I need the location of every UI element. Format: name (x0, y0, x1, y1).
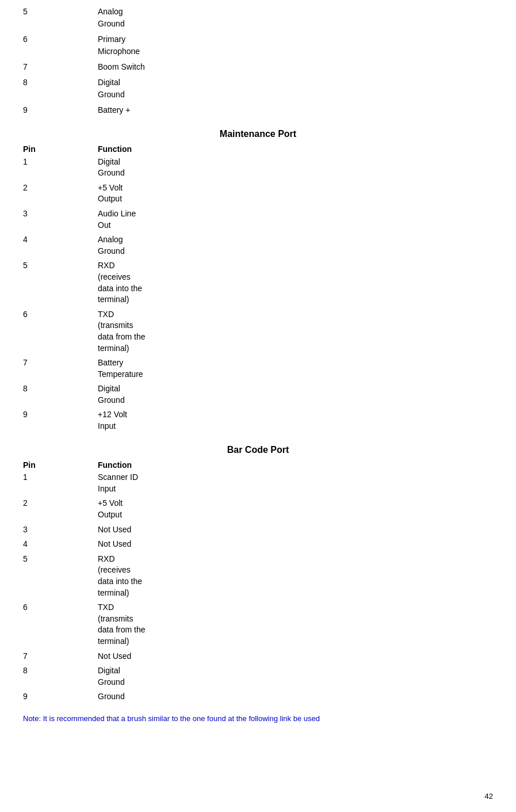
pin-number: 8 (23, 383, 98, 406)
table-row: 6PrimaryMicrophone (23, 33, 493, 58)
table-row: 9Ground (23, 691, 493, 703)
function-value: Not Used (98, 524, 493, 536)
barcode-port-title: Bar Code Port (23, 445, 493, 455)
pin-number: 4 (23, 234, 98, 257)
function-value: +12 VoltInput (98, 409, 493, 432)
pin-number: 9 (23, 691, 98, 703)
note-text: Note: It is recommended that a brush sim… (23, 714, 493, 723)
maintenance-port-title: Maintenance Port (23, 129, 493, 139)
function-header: Function (98, 459, 493, 472)
table-row: 6TXD(transmitsdata from theterminal) (23, 602, 493, 647)
pin-number: 5 (23, 6, 98, 30)
table-row: 4Not Used (23, 539, 493, 550)
function-value: AnalogGround (98, 6, 493, 30)
function-value: Not Used (98, 651, 493, 662)
function-value: DigitalGround (98, 77, 493, 101)
table-row: 7BatteryTemperature (23, 357, 493, 380)
pin-number: 2 (23, 182, 98, 205)
function-value: Scanner IDInput (98, 472, 493, 494)
function-value: Boom Switch (98, 61, 493, 73)
pin-number: 3 (23, 524, 98, 536)
pin-number: 4 (23, 539, 98, 550)
pin-number: 9 (23, 104, 98, 116)
function-value: Ground (98, 691, 493, 703)
function-value: TXD(transmitsdata from theterminal) (98, 602, 493, 647)
table-row: 3Audio LineOut (23, 208, 493, 231)
table-row: 2+5 VoltOutput (23, 182, 493, 205)
table-row: 4AnalogGround (23, 234, 493, 257)
function-value: RXD(receivesdata into theterminal) (98, 554, 493, 598)
pin-number: 6 (23, 33, 98, 58)
pin-number: 8 (23, 665, 98, 688)
function-value: DigitalGround (98, 383, 493, 406)
maintenance-port-table: PinFunction1DigitalGround2+5 VoltOutput3… (23, 143, 493, 436)
table-row: 6TXD(transmitsdata from theterminal) (23, 309, 493, 354)
table-row: 5RXD(receivesdata into theterminal) (23, 554, 493, 598)
function-header: Function (98, 143, 493, 157)
pin-number: 5 (23, 260, 98, 305)
top-table: 5AnalogGround6PrimaryMicrophone7Boom Swi… (23, 6, 493, 120)
function-value: Not Used (98, 539, 493, 550)
table-row: 8DigitalGround (23, 383, 493, 406)
table-row: 7Not Used (23, 651, 493, 662)
table-row: 5RXD(receivesdata into theterminal) (23, 260, 493, 305)
table-row: 3Not Used (23, 524, 493, 536)
barcode-port-table: PinFunction1Scanner IDInput2+5 VoltOutpu… (23, 459, 493, 706)
pin-number: 9 (23, 409, 98, 432)
maintenance-port-section: Maintenance Port PinFunction1DigitalGrou… (23, 129, 493, 436)
table-row: 1DigitalGround (23, 157, 493, 179)
table-row: 9+12 VoltInput (23, 409, 493, 432)
function-value: PrimaryMicrophone (98, 33, 493, 58)
pin-number: 6 (23, 602, 98, 647)
pin-number: 1 (23, 472, 98, 494)
function-value: DigitalGround (98, 157, 493, 179)
pin-number: 6 (23, 309, 98, 354)
function-value: RXD(receivesdata into theterminal) (98, 260, 493, 305)
spacer-row (23, 703, 493, 706)
function-value: +5 VoltOutput (98, 498, 493, 520)
function-value: BatteryTemperature (98, 357, 493, 380)
table-row: 1Scanner IDInput (23, 472, 493, 494)
pin-number: 8 (23, 77, 98, 101)
function-value: +5 VoltOutput (98, 182, 493, 205)
function-value: TXD(transmitsdata from theterminal) (98, 309, 493, 354)
table-row: 7Boom Switch (23, 61, 493, 73)
spacer-row (23, 432, 493, 436)
pin-number: 1 (23, 157, 98, 179)
function-value: AnalogGround (98, 234, 493, 257)
page-number: 42 (485, 792, 493, 800)
pin-header: Pin (23, 143, 98, 157)
pin-number: 5 (23, 554, 98, 598)
function-value: Audio LineOut (98, 208, 493, 231)
table-row: 9Battery + (23, 104, 493, 116)
pin-number: 7 (23, 651, 98, 662)
function-value: DigitalGround (98, 665, 493, 688)
barcode-port-section: Bar Code Port PinFunction1Scanner IDInpu… (23, 445, 493, 706)
pin-number: 2 (23, 498, 98, 520)
pin-number: 7 (23, 61, 98, 73)
pin-header: Pin (23, 459, 98, 472)
pin-number: 7 (23, 357, 98, 380)
function-value: Battery + (98, 104, 493, 116)
table-row: 5AnalogGround (23, 6, 493, 30)
table-row: 8DigitalGround (23, 77, 493, 101)
table-row: 2+5 VoltOutput (23, 498, 493, 520)
top-continuation-section: 5AnalogGround6PrimaryMicrophone7Boom Swi… (23, 6, 493, 120)
table-row: 8DigitalGround (23, 665, 493, 688)
spacer-row (23, 116, 493, 120)
pin-number: 3 (23, 208, 98, 231)
